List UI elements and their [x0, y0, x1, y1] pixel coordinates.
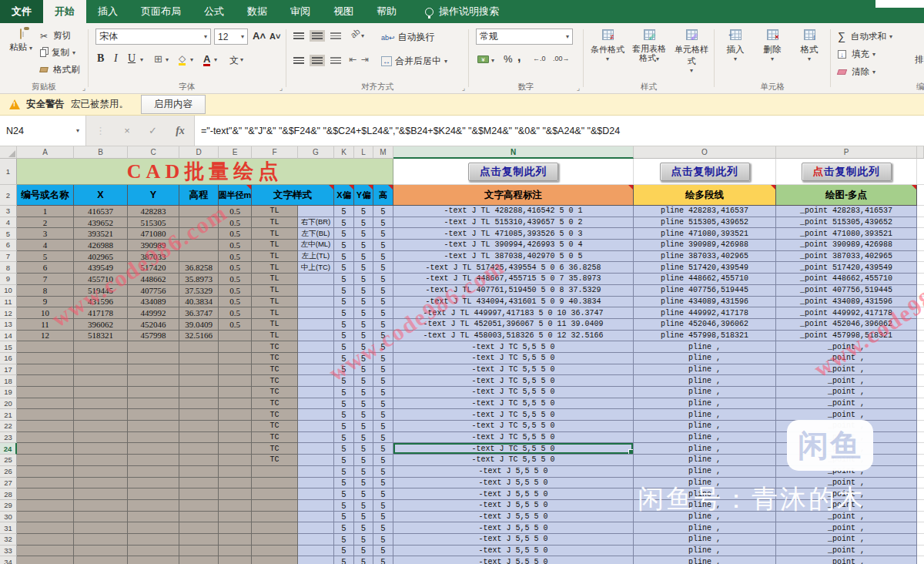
cell-G18[interactable]: [298, 375, 334, 387]
ribbon-tab-1[interactable]: 文件: [0, 0, 43, 23]
header-d[interactable]: 高程: [179, 185, 219, 206]
cell-E6[interactable]: 0.5: [219, 240, 252, 251]
cell-O7[interactable]: pline 387033,402965: [634, 251, 776, 263]
font-color-button[interactable]: A: [203, 54, 210, 66]
cell-C8[interactable]: 517420: [128, 262, 179, 274]
cell-A26[interactable]: [17, 466, 74, 478]
row-header-30[interactable]: 30: [0, 512, 17, 523]
cell-A25[interactable]: [17, 455, 74, 466]
cell-D26[interactable]: [179, 466, 219, 478]
cell-F8[interactable]: TL: [252, 262, 298, 274]
wrap-text-button[interactable]: ab↩ 自动换行: [381, 31, 435, 44]
row-header-27[interactable]: 27: [0, 478, 17, 489]
cell-M6[interactable]: 5: [373, 240, 393, 251]
cell-C22[interactable]: [128, 421, 179, 432]
row-header-2[interactable]: 2: [0, 185, 17, 206]
cell-M14[interactable]: 5: [373, 331, 393, 342]
cell-E29[interactable]: [219, 500, 252, 512]
dialog-launcher-icon[interactable]: ⌟: [577, 84, 580, 92]
row-header-34[interactable]: 34: [0, 556, 17, 564]
cell-D25[interactable]: [179, 455, 219, 466]
cell-K24[interactable]: 5: [334, 443, 354, 455]
cell-M4[interactable]: 5: [373, 217, 393, 229]
cell-O3[interactable]: pline 428283,416537: [634, 206, 776, 217]
cell-E34[interactable]: [219, 556, 252, 564]
cell-L33[interactable]: 5: [354, 546, 373, 557]
cell-F18[interactable]: TC: [252, 375, 298, 387]
sort-filter-button-cut[interactable]: 排: [915, 54, 924, 65]
cell-K19[interactable]: 5: [334, 387, 354, 398]
cell-D16[interactable]: [179, 353, 219, 364]
cell-B7[interactable]: 402965: [74, 251, 128, 263]
row-header-17[interactable]: 17: [0, 364, 17, 376]
cell-D31[interactable]: [179, 522, 219, 534]
cell-O17[interactable]: pline ,: [634, 364, 776, 376]
cell-K3[interactable]: 5: [334, 206, 354, 217]
column-header-L[interactable]: L: [354, 146, 373, 159]
borders-button[interactable]: ⊞: [154, 53, 162, 65]
cell-L8[interactable]: 5: [354, 262, 373, 274]
cell-N21[interactable]: -text J TC 5,5 5 0: [393, 409, 634, 421]
cell-M3[interactable]: 5: [373, 206, 393, 217]
cell-D34[interactable]: [179, 556, 219, 564]
cell-L26[interactable]: 5: [354, 466, 373, 478]
cell-K26[interactable]: 5: [334, 466, 354, 478]
cell-M17[interactable]: 5: [373, 364, 393, 376]
cell-E9[interactable]: 0.5: [219, 274, 252, 285]
cell-G26[interactable]: [298, 466, 334, 478]
cell-D29[interactable]: [179, 500, 219, 512]
cell-K11[interactable]: 5: [334, 297, 354, 308]
cell-F24[interactable]: TC: [252, 443, 298, 455]
cell-N30[interactable]: -text J 5,5 5 0: [393, 512, 634, 523]
cell-B34[interactable]: [74, 556, 128, 564]
cell-P3[interactable]: _point 428283,416537: [776, 206, 917, 217]
cell-K25[interactable]: 5: [334, 455, 354, 466]
header-n[interactable]: 文字高程标注: [393, 185, 634, 206]
cell-A4[interactable]: 2: [17, 217, 74, 229]
cell-B4[interactable]: 439652: [74, 217, 128, 229]
column-header-M[interactable]: M: [373, 146, 393, 159]
cell-F15[interactable]: TC: [252, 341, 298, 353]
cell-B33[interactable]: [74, 546, 128, 557]
cell-O24[interactable]: pline ,: [634, 443, 776, 455]
cell-P25[interactable]: _point ,: [776, 455, 917, 466]
cell-B17[interactable]: [74, 364, 128, 376]
header-b[interactable]: X: [74, 185, 128, 206]
cell-F16[interactable]: TC: [252, 353, 298, 364]
dialog-launcher-icon[interactable]: ⌟: [82, 84, 85, 92]
cell-D14[interactable]: 32.5166: [179, 331, 219, 342]
copy-column-button-P[interactable]: 点击复制此列: [802, 163, 892, 181]
cell-O20[interactable]: pline ,: [634, 398, 776, 410]
cell-E5[interactable]: 0.5: [219, 228, 252, 240]
cell-P32[interactable]: _point ,: [776, 534, 917, 546]
cell-F13[interactable]: TL: [252, 319, 298, 331]
cell-D8[interactable]: 36.8258: [179, 262, 219, 274]
cell-G4[interactable]: 右下(BR): [298, 217, 334, 229]
cell-O9[interactable]: pline 448662,455710: [634, 274, 776, 285]
cell-C9[interactable]: 448662: [128, 274, 179, 285]
cell-G33[interactable]: [298, 546, 334, 557]
autosum-button[interactable]: ∑ 自动求和 ▾: [838, 30, 892, 42]
cell-F27[interactable]: [252, 478, 298, 489]
ribbon-tab-9[interactable]: 帮助: [365, 0, 408, 23]
ribbon-tab-6[interactable]: 数据: [236, 0, 279, 23]
ribbon-tab-3[interactable]: 插入: [86, 0, 129, 23]
cell-O5[interactable]: pline 471080,393521: [634, 228, 776, 240]
enable-content-button[interactable]: 启用内容: [141, 95, 206, 114]
cell-D15[interactable]: [179, 341, 219, 353]
cell-O31[interactable]: pline ,: [634, 522, 776, 534]
cell-B13[interactable]: 396062: [74, 319, 128, 331]
cell-B20[interactable]: [74, 398, 128, 410]
cell-G22[interactable]: [298, 421, 334, 432]
insert-function-icon[interactable]: fx: [176, 125, 185, 137]
cell-K32[interactable]: 5: [334, 534, 354, 546]
cell-A21[interactable]: [17, 409, 74, 421]
cell-G6[interactable]: 左中(ML): [298, 240, 334, 251]
cell-M19[interactable]: 5: [373, 387, 393, 398]
row-header-31[interactable]: 31: [0, 522, 17, 534]
cell-B19[interactable]: [74, 387, 128, 398]
cell-D18[interactable]: [179, 375, 219, 387]
cell-E33[interactable]: [219, 546, 252, 557]
cell-M28[interactable]: 5: [373, 488, 393, 500]
cell-D33[interactable]: [179, 546, 219, 557]
